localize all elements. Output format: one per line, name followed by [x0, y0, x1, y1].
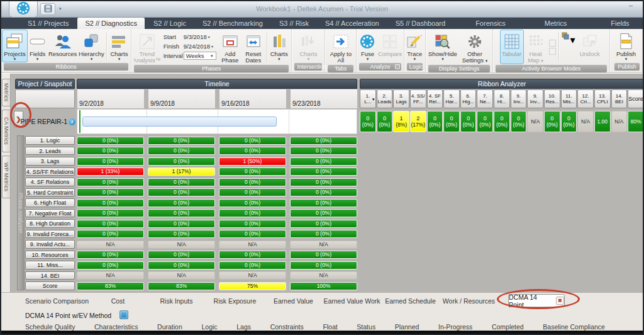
- gantt-bar[interactable]: [82, 116, 277, 127]
- phase-cell[interactable]: 0 (0%): [290, 230, 357, 238]
- reset-dates-button[interactable]: Reset Dates: [242, 30, 265, 64]
- analyzer-cell[interactable]: 0(0%): [477, 111, 493, 132]
- analyzer-column-header[interactable]: 4. SFRel...: [427, 89, 443, 108]
- phase-cell[interactable]: 0 (0%): [219, 220, 286, 228]
- analyzer-column-header[interactable]: 1.L...▼: [360, 89, 376, 108]
- analyzer-cell[interactable]: 0(0%): [544, 111, 560, 132]
- analyzer-cell[interactable]: 0(0%): [360, 111, 376, 132]
- phase-cell[interactable]: N/A: [290, 241, 357, 249]
- category-tab-characteristics[interactable]: Characteristics: [94, 323, 138, 331]
- phase-cell[interactable]: N/A: [219, 241, 286, 249]
- phase-cell[interactable]: 0 (0%): [148, 261, 215, 270]
- category-tab-baseline-compliance[interactable]: Baseline Compliance: [543, 323, 605, 331]
- charts-button[interactable]: Charts ▾: [108, 30, 130, 62]
- phase-cell[interactable]: 0 (0%): [77, 261, 144, 270]
- sheet-tab-risk-inputs[interactable]: Risk Inputs: [147, 297, 206, 305]
- interval-select[interactable]: Weeks ▼: [184, 52, 216, 60]
- resources-button[interactable]: Resources: [47, 30, 78, 62]
- ribbon-tab-s2-logic[interactable]: S2 // Logic: [146, 18, 194, 29]
- sheet-tab-scenario-comparison[interactable]: Scenario Comparison: [25, 297, 89, 305]
- ribbon-tab-forensics[interactable]: Forensics: [468, 18, 513, 29]
- analyzer-cell[interactable]: 80%: [628, 111, 644, 132]
- add-phase-button[interactable]: Add Phase: [219, 30, 242, 64]
- category-tab-float[interactable]: Float: [323, 323, 337, 331]
- phase-cell[interactable]: 0 (0%): [219, 188, 286, 196]
- phase-cell[interactable]: 1 (33%): [77, 168, 144, 176]
- phase-cell[interactable]: 0 (0%): [77, 188, 144, 196]
- ribbon-tab-s3-risk[interactable]: S3 // Risk: [272, 18, 316, 29]
- analyzer-column-header[interactable]: 9.Inv...: [527, 89, 543, 108]
- mini-mode-button[interactable]: [549, 48, 556, 55]
- category-tab-status[interactable]: Status: [357, 323, 375, 331]
- analyzer-column-header[interactable]: 8.Hi...: [494, 89, 510, 108]
- phase-cell[interactable]: 0 (0%): [77, 220, 144, 228]
- ribbon-tab-s2-benchmarking[interactable]: S2 // Benchmarking: [195, 18, 270, 29]
- phase-cell[interactable]: 1 (50%): [219, 157, 286, 166]
- fields-button[interactable]: Fields ▾: [28, 30, 47, 62]
- chevron-down-icon[interactable]: ▼: [372, 97, 375, 103]
- phase-row-label[interactable]: 8. High Duration: [25, 219, 75, 228]
- analyzer-column-header[interactable]: 14.BEI: [611, 89, 628, 108]
- phase-cell[interactable]: 0 (0%): [77, 137, 144, 145]
- analyzer-column-header[interactable]: 9.Inv...: [511, 89, 527, 108]
- phase-cell[interactable]: 0 (0%): [290, 199, 357, 207]
- phase-cell[interactable]: 0 (0%): [290, 178, 357, 186]
- analyzer-column-header[interactable]: 11.Mis...: [561, 89, 577, 108]
- info-icon[interactable]: i: [69, 118, 75, 125]
- analyzer-column-header[interactable]: 12.Cri...: [577, 89, 594, 108]
- analyzer-cell[interactable]: 1.00: [594, 111, 611, 132]
- phase-cell[interactable]: 0 (0%): [77, 199, 144, 207]
- phase-cell[interactable]: 0 (0%): [77, 178, 144, 186]
- category-tab-in-progress[interactable]: In-Progress: [438, 323, 472, 331]
- phase-cell[interactable]: 0 (0%): [219, 137, 286, 145]
- category-tab-logic[interactable]: Logic: [201, 323, 217, 331]
- analyzer-column-header[interactable]: 3.Lags: [393, 89, 409, 108]
- phase-cell[interactable]: N/A: [77, 271, 144, 280]
- sheet-tab-earned-value-work[interactable]: Earned Value Work: [323, 297, 381, 305]
- phase-cell[interactable]: 0 (0%): [290, 261, 357, 270]
- analyzer-column-header[interactable]: 13.CPLI: [594, 89, 611, 108]
- ribbon-tab-s5-dashboard[interactable]: S5 // Dashboard: [388, 18, 453, 29]
- analyzer-column-header[interactable]: 7.Ne...: [477, 89, 493, 108]
- phase-cell[interactable]: 0 (0%): [77, 251, 144, 259]
- phase-cell[interactable]: 0 (0%): [148, 251, 215, 259]
- phase-cell[interactable]: 0 (0%): [219, 251, 286, 259]
- phase-cell[interactable]: 0 (0%): [219, 168, 286, 176]
- phase-cell[interactable]: 0 (0%): [290, 220, 357, 228]
- phase-row-label[interactable]: 6. High Float: [25, 198, 75, 207]
- category-tab-planned[interactable]: Planned: [395, 323, 419, 331]
- analyzer-cell[interactable]: N/A: [611, 111, 628, 132]
- phase-cell[interactable]: 75%: [219, 282, 286, 290]
- phase-cell[interactable]: 0 (0%): [77, 147, 144, 155]
- phase-cell[interactable]: N/A: [219, 271, 286, 280]
- analyzer-cell[interactable]: 0(0%): [460, 111, 477, 132]
- analyzer-column-header[interactable]: 5.Har...: [443, 89, 460, 108]
- phase-row-label[interactable]: 4. SS/FF Relations: [25, 168, 75, 176]
- analyzer-cell[interactable]: 0(0%): [561, 111, 577, 132]
- phase-row-label[interactable]: 10. Resources: [25, 251, 75, 259]
- phase-cell[interactable]: N/A: [148, 241, 215, 249]
- analyzer-cell[interactable]: 0(0%): [494, 111, 510, 132]
- phase-cell[interactable]: 0 (0%): [290, 251, 357, 259]
- sheet-tab-risk-exposure[interactable]: Risk Exposure: [206, 297, 264, 305]
- phase-cell[interactable]: 83%: [148, 282, 215, 290]
- browser-options-button[interactable]: ▾: [562, 30, 575, 64]
- phase-cell[interactable]: 0 (0%): [219, 147, 286, 155]
- analyzer-column-header[interactable]: 4. SS/FF...: [410, 89, 426, 108]
- sheet-tab-earned-value[interactable]: Earned Value: [264, 297, 323, 305]
- ribbon-tab-s4-acceleration[interactable]: S4 // Acceleration: [318, 18, 387, 29]
- other-settings-button[interactable]: Other Settings ▾: [458, 30, 491, 64]
- sheet-tab-earned-schedule[interactable]: Earned Schedule: [381, 297, 440, 305]
- sheet-tab-cost[interactable]: Cost: [89, 297, 147, 305]
- phase-cell[interactable]: 0 (0%): [290, 168, 357, 176]
- phase-cell[interactable]: 0 (0%): [290, 209, 357, 217]
- analyzer-cell[interactable]: 0(0%): [511, 111, 527, 132]
- category-tab-completed[interactable]: Completed: [492, 323, 524, 331]
- fuse-button[interactable]: Fuse ▾: [357, 30, 377, 62]
- category-tab-constraints[interactable]: Constraints: [270, 323, 304, 331]
- phase-row-label[interactable]: 14. BEI: [25, 271, 75, 280]
- phase-cell[interactable]: N/A: [148, 271, 215, 280]
- phase-cell[interactable]: 0 (0%): [219, 230, 286, 238]
- side-tab-metrics[interactable]: Metrics: [2, 79, 10, 106]
- finish-date-picker[interactable]: 9/24/2018 ▾: [184, 43, 213, 50]
